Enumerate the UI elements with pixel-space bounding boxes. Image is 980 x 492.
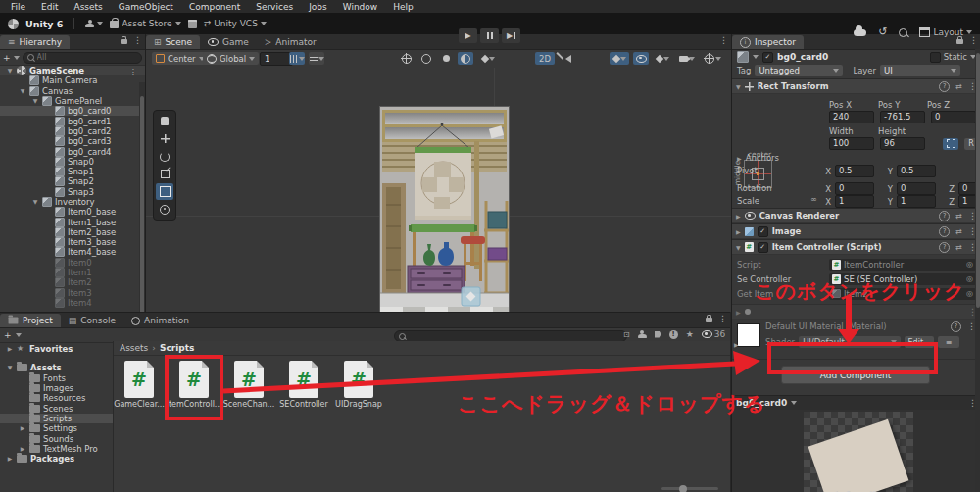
step-button[interactable]: ▶ bbox=[502, 28, 520, 43]
picker-icon[interactable]: ◎ bbox=[966, 274, 973, 283]
project-file[interactable]: SEController bbox=[284, 361, 323, 483]
rotation-x-field[interactable]: 0 bbox=[835, 182, 874, 195]
hierarchy-item[interactable]: Item1 bbox=[0, 268, 145, 277]
hierarchy-item[interactable]: Snap3 bbox=[0, 187, 145, 197]
tab-scene[interactable]: ⊞Scene bbox=[146, 35, 200, 49]
search-icon[interactable] bbox=[899, 28, 907, 37]
preset-icon[interactable]: ⇄ bbox=[956, 212, 962, 221]
foldout-arrow[interactable]: ▶ bbox=[736, 228, 741, 235]
hierarchy-item[interactable]: Item4_base bbox=[0, 247, 145, 257]
menu-item[interactable]: File bbox=[4, 2, 32, 12]
menu-icon[interactable]: ⋮ bbox=[718, 315, 727, 322]
picker-icon[interactable]: ◎ bbox=[966, 260, 973, 269]
shader-dropdown[interactable]: UI/Default bbox=[799, 336, 901, 348]
create-menu-button[interactable]: + bbox=[3, 53, 11, 63]
material-foldout-arrow[interactable]: ▶ bbox=[734, 341, 739, 348]
effects-dropdown[interactable] bbox=[477, 52, 499, 65]
enabled-checkbox[interactable]: ✓ bbox=[758, 242, 768, 253]
breadcrumb-root[interactable]: Assets bbox=[120, 343, 148, 353]
hierarchy-item[interactable]: Item4 bbox=[0, 298, 145, 308]
pivot-y-field[interactable]: 0.5 bbox=[897, 165, 936, 177]
favorites-star-icon[interactable]: ★ bbox=[686, 329, 694, 339]
menu-item[interactable]: Jobs bbox=[302, 2, 334, 12]
pos-y-field[interactable]: -761.5 bbox=[880, 111, 925, 123]
overlay-visibility-button[interactable] bbox=[610, 52, 629, 65]
script-field[interactable]: # ItemController ◎ bbox=[829, 259, 976, 271]
hierarchy-item[interactable]: ▼ GameScene bbox=[0, 66, 145, 75]
hierarchy-item[interactable]: Item3 bbox=[0, 288, 145, 298]
tag-dropdown[interactable]: Untagged bbox=[755, 65, 843, 76]
hierarchy-item[interactable]: ▼ GamePanel bbox=[0, 96, 145, 106]
hierarchy-item[interactable]: Item3_base bbox=[0, 237, 145, 247]
search-by-import-icon[interactable] bbox=[638, 330, 647, 339]
height-field[interactable]: 96 bbox=[880, 137, 925, 150]
play-button[interactable]: ▶ bbox=[459, 28, 477, 43]
hierarchy-item[interactable]: Item0_base bbox=[0, 207, 145, 217]
preset-icon[interactable]: ⇄ bbox=[956, 243, 962, 252]
width-field[interactable]: 100 bbox=[829, 137, 874, 150]
hidden-count-badge[interactable]: 36 bbox=[702, 329, 725, 339]
menu-icon[interactable]: ⋮ bbox=[969, 36, 978, 44]
hierarchy-item[interactable]: Snap2 bbox=[0, 176, 145, 186]
scale-link-icon[interactable]: ∞ bbox=[810, 195, 817, 204]
expand-arrow[interactable]: ▼ bbox=[19, 86, 26, 96]
project-file[interactable]: SceneChan... bbox=[229, 361, 269, 483]
pivot-x-field[interactable]: 0.5 bbox=[835, 165, 874, 177]
expand-arrow[interactable]: ▼ bbox=[31, 197, 39, 207]
gizmos-dropdown[interactable] bbox=[701, 52, 724, 65]
add-component-button[interactable]: Add Component bbox=[781, 366, 930, 384]
help-icon[interactable]: ? bbox=[939, 226, 950, 237]
menu-icon[interactable]: ⋮ bbox=[719, 36, 728, 44]
breadcrumb-current[interactable]: Scripts bbox=[160, 343, 194, 353]
scale-x-field[interactable]: 1 bbox=[835, 195, 874, 208]
hierarchy-item[interactable]: Item1_base bbox=[0, 217, 145, 226]
rect-transform-header[interactable]: ▼ Rect Transform ?⇄⋮ bbox=[732, 78, 980, 94]
object-name[interactable]: bg0_card0 bbox=[777, 52, 828, 62]
hierarchy-item[interactable]: ▼ Canvas bbox=[0, 86, 145, 96]
menu-item[interactable]: Edit bbox=[34, 2, 65, 12]
snap-increment-button[interactable] bbox=[309, 52, 324, 65]
expand-arrow[interactable]: ▶ bbox=[19, 423, 26, 433]
preview-selector[interactable]: bg0_card0 bbox=[736, 398, 787, 408]
asset-store-button[interactable]: Asset Store bbox=[110, 19, 180, 28]
lock-icon[interactable] bbox=[121, 39, 127, 44]
collapsed-component-header[interactable]: ▶ ⋮ bbox=[732, 304, 980, 320]
rotation-y-field[interactable]: 0 bbox=[897, 182, 936, 195]
shading-mode-button[interactable] bbox=[399, 52, 415, 65]
history-icon[interactable]: ↺ bbox=[878, 27, 887, 37]
hierarchy-item[interactable]: ▼ Inventory bbox=[0, 197, 145, 207]
cloud-icon[interactable] bbox=[854, 29, 866, 36]
game-viewport[interactable] bbox=[380, 107, 509, 312]
foldout-arrow[interactable]: ▼ bbox=[736, 244, 741, 251]
grid-size-field[interactable]: 1 bbox=[260, 52, 293, 66]
pos-z-field[interactable]: 0 bbox=[931, 111, 976, 123]
project-folder-item[interactable]: ▶ Packages bbox=[0, 454, 113, 464]
package-manager-button[interactable] bbox=[188, 20, 197, 28]
foldout-arrow[interactable]: ▼ bbox=[736, 83, 741, 90]
mode-2d-toggle[interactable]: 2D bbox=[535, 52, 555, 65]
tab-hierarchy[interactable]: ≡ Hierarchy bbox=[0, 35, 70, 49]
transform-tool-button[interactable] bbox=[156, 201, 173, 218]
item-controller-header[interactable]: ▼ # ✓ Item Controller (Script) ?⇄⋮ bbox=[732, 239, 980, 255]
create-menu-button[interactable]: + bbox=[4, 330, 12, 340]
hierarchy-item[interactable]: Main Camera bbox=[0, 75, 145, 85]
foldout-arrow[interactable]: ▶ bbox=[736, 309, 741, 316]
hierarchy-search[interactable] bbox=[23, 52, 142, 64]
project-search-input[interactable] bbox=[409, 331, 622, 342]
search-by-label-icon[interactable] bbox=[655, 331, 662, 338]
project-folder-item[interactable]: Fonts bbox=[0, 373, 113, 383]
hierarchy-item[interactable]: bg0_card2 bbox=[0, 126, 145, 136]
hierarchy-item[interactable]: Snap1 bbox=[0, 167, 145, 176]
scene-visibility-button[interactable] bbox=[633, 52, 649, 65]
hierarchy-search-input[interactable] bbox=[37, 53, 137, 62]
expand-arrow[interactable]: ▼ bbox=[31, 96, 39, 106]
project-folder-item[interactable]: Images bbox=[0, 383, 113, 393]
hierarchy-item[interactable]: Snap0 bbox=[0, 157, 145, 167]
project-file[interactable]: GameClear... bbox=[120, 361, 159, 483]
preset-icon[interactable]: ⇄ bbox=[956, 227, 962, 236]
blueprint-mode-button[interactable] bbox=[943, 138, 958, 150]
project-folder-item[interactable]: Scenes bbox=[0, 403, 113, 413]
chevron-down-icon[interactable] bbox=[14, 56, 20, 60]
project-folder-item[interactable]: ▶ Settings bbox=[0, 423, 113, 433]
chevron-down-icon[interactable] bbox=[753, 55, 759, 59]
